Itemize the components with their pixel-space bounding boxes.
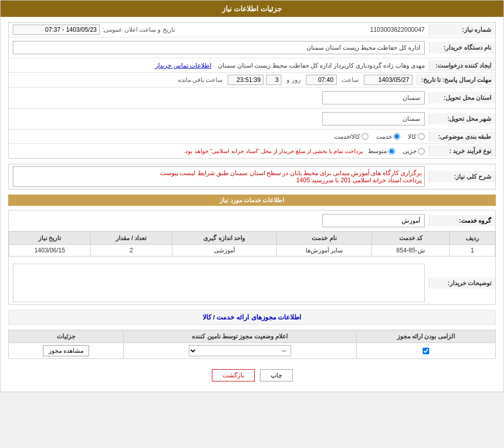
tabeghe-kala-radio[interactable] bbox=[418, 133, 425, 140]
main-info-section: شماره نیاز: 1103003622000047 تاریخ و ساع… bbox=[8, 22, 496, 159]
tabeghe-khedmat-item[interactable]: خدمت bbox=[376, 133, 400, 140]
ostan-label: استان محل تحویل: bbox=[429, 92, 495, 103]
shomare-niaz-text: 1103003622000047 bbox=[370, 26, 425, 33]
group-khedmat-box: آموزش bbox=[322, 214, 425, 227]
noe-farayand-row: نوع فرآیند خرید : جزیی متوسط bbox=[9, 144, 495, 158]
shahr-label: شهر محل تحویل: bbox=[429, 113, 495, 124]
ostan-text: سمنان bbox=[403, 94, 420, 101]
sharh-section: شرح کلی نیاز: برگزاری کارگاه های آموزش م… bbox=[8, 164, 496, 189]
page-wrapper: جزئیات اطلاعات نیاز شماره نیاز: 11030036… bbox=[0, 0, 504, 392]
cell-kod-khedmat: ش-85-854 bbox=[372, 245, 450, 257]
noe-jozyi-item[interactable]: جزیی bbox=[403, 147, 425, 155]
print-button[interactable]: چاپ bbox=[260, 369, 293, 381]
action-bar: چاپ بازگشت bbox=[8, 364, 496, 387]
noe-farayand-label: نوع فرآیند خرید : bbox=[429, 145, 495, 157]
ettelaat-link[interactable]: اطلاعات تماس خریدار bbox=[155, 62, 211, 69]
ostan-value: سمنان bbox=[9, 88, 429, 108]
elam-vaziat-select[interactable]: -- bbox=[189, 345, 291, 356]
ostan-row: استان محل تحویل: سمنان bbox=[9, 88, 495, 109]
ijad-konande-value: مهدی وهاب زاده گردودباری کاربرداز اداره … bbox=[9, 60, 429, 71]
shomare-niaz-row: شماره نیاز: 1103003622000047 تاریخ و ساع… bbox=[9, 23, 495, 37]
col-radif: ردیف bbox=[450, 232, 495, 245]
noe-jozyi-label: جزیی bbox=[403, 147, 417, 155]
shomare-niaz-label: شماره نیاز: bbox=[429, 24, 495, 35]
cell-elzami bbox=[356, 343, 495, 359]
sharh-text1: برگزاری کارگاه های آموزش میدانی برای محی… bbox=[16, 169, 422, 177]
license-table: الزامی بودن ارائه مجوز اعلام وضعیت مجوز … bbox=[8, 330, 496, 359]
sharh-box: برگزاری کارگاه های آموزش میدانی برای محی… bbox=[13, 166, 425, 187]
toseifat-row: توضیحات خریدار: bbox=[9, 262, 495, 304]
mojavez-section-title: اطلاعات مجوزهای ارائه خدمت / کالا bbox=[8, 310, 496, 325]
ijad-konande-text: مهدی وهاب زاده گردودباری کاربرداز اداره … bbox=[218, 62, 425, 69]
shahr-row: شهر محل تحویل: سمنان bbox=[9, 109, 495, 130]
noe-motavasset-radio[interactable] bbox=[388, 148, 395, 155]
tabeghe-kalakhedmat-label: کالا/خدمت bbox=[334, 133, 360, 140]
cell-nam-khedmat: سایر آموزش‌ها bbox=[276, 245, 372, 257]
col-tarikh-niaz: تاریخ نیاز bbox=[9, 232, 91, 245]
col-elzami: الزامی بودن ارائه مجوز bbox=[356, 330, 495, 343]
tabeghe-value: کالا خدمت کالا/خدمت bbox=[9, 131, 429, 142]
mohlat-value: ساعت روز و ساعت باقی مانده bbox=[9, 73, 417, 87]
group-khedmat-row: گروه خدمت: آموزش bbox=[9, 210, 495, 231]
tabeghe-kalakhedmat-item[interactable]: کالا/خدمت bbox=[334, 133, 368, 140]
noe-motavasset-label: متوسط bbox=[368, 147, 387, 155]
mohlat-saat-mande-label: ساعت باقی مانده bbox=[178, 76, 223, 83]
shahr-value: سمنان bbox=[9, 109, 429, 129]
tabeghe-khedmat-radio[interactable] bbox=[393, 133, 400, 140]
page-header: جزئیات اطلاعات نیاز bbox=[1, 1, 503, 17]
col-joziyat: جزئیات bbox=[9, 330, 124, 343]
shomare-niaz-value: 1103003622000047 تاریخ و ساعت اعلان عموم… bbox=[9, 23, 429, 37]
cell-vahed-andaze: آموزشی bbox=[172, 245, 276, 257]
cell-elam-vaziat: -- bbox=[123, 343, 356, 359]
toseifat-label: توضیحات خریدار: bbox=[429, 278, 495, 289]
mohlat-label: مهلت ارسال پاسخ: تا تاریخ: bbox=[417, 74, 495, 86]
col-elam-vaziat: اعلام وضعیت مجوز توسط نامین کننده bbox=[123, 330, 356, 343]
tabeghe-kalakhedmat-radio[interactable] bbox=[362, 133, 368, 140]
tabeghe-khedmat-label: خدمت bbox=[376, 133, 392, 140]
mohlat-saat-input[interactable] bbox=[306, 75, 337, 85]
ijad-konande-row: ایجاد کننده درخواست: مهدی وهاب زاده گردو… bbox=[9, 58, 495, 73]
noe-farayand-value: جزیی متوسط پرداخت تمام یا بخشی از مبلغ خ… bbox=[9, 145, 429, 157]
nam-dastgah-row: نام دستگاه خریدار: اداره کل حفاظت محیط ز… bbox=[9, 37, 495, 58]
tarikh-saat-input[interactable] bbox=[13, 25, 100, 35]
col-tedad: تعداد / مقدار bbox=[91, 232, 172, 245]
shahr-box: سمنان bbox=[322, 112, 425, 125]
content-area: شماره نیاز: 1103003622000047 تاریخ و ساع… bbox=[1, 17, 503, 392]
nam-dastgah-value: اداره کل حفاظت محیط زیست استان سمنان bbox=[9, 37, 429, 58]
col-nam-khedmat: نام خدمت bbox=[276, 232, 372, 245]
toseifat-box bbox=[13, 264, 425, 302]
page-title: جزئیات اطلاعات نیاز bbox=[222, 5, 282, 13]
mohlat-date-input[interactable] bbox=[364, 75, 412, 85]
license-table-row: -- مشاهده مجوز bbox=[9, 343, 496, 359]
cell-radif: 1 bbox=[450, 245, 495, 257]
tarikh-saat-label: تاریخ و ساعت اعلان عمومی: bbox=[102, 26, 175, 33]
shahr-text: سمنان bbox=[403, 115, 420, 122]
mohlat-saat-label: ساعت bbox=[342, 76, 359, 83]
sharh-value: برگزاری کارگاه های آموزش میدانی برای محی… bbox=[9, 164, 429, 189]
toseifat-textarea[interactable] bbox=[16, 267, 422, 297]
services-section-title: اطلاعات خدمات مورد نیاز bbox=[8, 195, 496, 206]
cell-tedad: 2 bbox=[91, 245, 172, 257]
mohlat-row: مهلت ارسال پاسخ: تا تاریخ: ساعت روز و سا… bbox=[9, 73, 495, 88]
col-vahed-andaze: واحد اندازه گیری bbox=[172, 232, 276, 245]
mohlat-saat-mande-input[interactable] bbox=[228, 75, 264, 85]
sharh-row: شرح کلی نیاز: برگزاری کارگاه های آموزش م… bbox=[9, 164, 495, 189]
nam-dastgah-label: نام دستگاه خریدار: bbox=[429, 42, 495, 53]
back-button[interactable]: بازگشت bbox=[212, 369, 255, 381]
elzami-checkbox[interactable] bbox=[423, 348, 429, 354]
noe-jozyi-radio[interactable] bbox=[418, 148, 425, 155]
group-khedmat-label: گروه خدمت: bbox=[429, 215, 495, 226]
sharh-text2: پرداخت اسناد خزانه اسلامی 201 با سررسید … bbox=[16, 177, 422, 184]
sharh-label: شرح کلی نیاز: bbox=[429, 171, 495, 182]
noe-motavasset-item[interactable]: متوسط bbox=[368, 147, 395, 155]
col-kod-khedmat: کد خدمت bbox=[372, 232, 450, 245]
group-khedmat-value: آموزش bbox=[9, 210, 429, 231]
mohlat-rooz-input[interactable] bbox=[266, 75, 281, 85]
view-mojavez-button[interactable]: مشاهده مجوز bbox=[43, 345, 89, 356]
ijad-konande-label: ایجاد کننده درخواست: bbox=[429, 60, 495, 71]
toseifat-value bbox=[9, 262, 429, 304]
tabeghe-kala-item[interactable]: کالا bbox=[408, 133, 425, 140]
tabeghe-radio-group: کالا خدمت کالا/خدمت bbox=[13, 133, 425, 140]
mohlat-rooz-label: روز و bbox=[287, 76, 300, 83]
tabeghe-label: طبقه بندی موضوعی: bbox=[429, 131, 495, 142]
